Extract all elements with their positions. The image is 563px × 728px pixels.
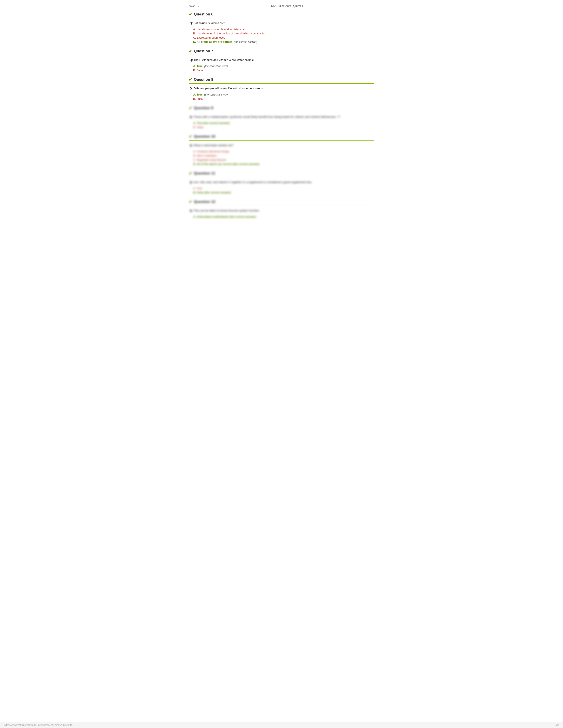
question-heading-9: ✔Question 9 bbox=[189, 106, 374, 111]
answer-item: A. True bbox=[193, 187, 374, 190]
answer-item: C. Excreted through feces bbox=[193, 36, 374, 39]
divider-10 bbox=[189, 140, 374, 141]
question-title-8: Question 8 bbox=[194, 77, 213, 82]
answer-item: C. Regulates body fluid pH bbox=[193, 158, 374, 161]
question-heading-12: ✔Question 12 bbox=[189, 199, 374, 204]
question-heading-8: ✔Question 8 bbox=[189, 77, 374, 82]
divider-11 bbox=[189, 177, 374, 177]
question-title-11: Question 11 bbox=[194, 171, 215, 176]
question-block-12: ✔Question 12Q: This can be taken to boos… bbox=[189, 199, 374, 218]
check-icon-11: ✔ bbox=[189, 171, 192, 176]
question-text-6: Q: Fat soluble vitamins are: bbox=[189, 21, 374, 25]
check-icon-9: ✔ bbox=[189, 106, 192, 111]
header-date: 5/7/2019 bbox=[189, 4, 199, 8]
answer-item: B. False bbox=[193, 97, 374, 100]
question-text-9: Q: Those with a malabsorption syndrome w… bbox=[189, 115, 374, 118]
question-heading-7: ✔Question 7 bbox=[189, 49, 374, 54]
check-icon-10: ✔ bbox=[189, 134, 192, 139]
answer-item: D. All of the above are correct (the cor… bbox=[193, 163, 374, 166]
check-icon-12: ✔ bbox=[189, 199, 192, 204]
question-block-9: ✔Question 9Q: Those with a malabsorption… bbox=[189, 106, 374, 129]
question-title-6: Question 6 bbox=[194, 12, 213, 17]
answer-item: A. True (the correct answer) bbox=[193, 93, 374, 96]
question-text-11: Q: Iron, folic acid, and vitamin C toget… bbox=[189, 180, 374, 184]
question-block-6: ✔Question 6Q: Fat soluble vitamins are:A… bbox=[189, 12, 374, 43]
divider-8 bbox=[189, 83, 374, 84]
answer-item: B. Aids in hydration bbox=[193, 154, 374, 157]
question-heading-11: ✔Question 11 bbox=[189, 171, 374, 176]
answer-list-9: A. True (the correct answer)B. False bbox=[189, 122, 374, 129]
answer-item: A. True (the correct answer) bbox=[193, 65, 374, 68]
answer-list-11: A. TrueB. False (the correct answer) bbox=[189, 187, 374, 194]
check-icon-6: ✔ bbox=[189, 12, 192, 17]
question-block-10: ✔Question 10Q: What is electrolyte solut… bbox=[189, 134, 374, 166]
header-title: ISSA Trainer.com - Quizzes bbox=[199, 4, 374, 8]
check-icon-8: ✔ bbox=[189, 77, 192, 82]
question-title-9: Question 9 bbox=[194, 106, 213, 110]
answer-list-10: A. Conducts electrical chargeB. Aids in … bbox=[189, 150, 374, 166]
page-header: 5/7/2019 ISSA Trainer.com - Quizzes bbox=[189, 4, 374, 8]
question-text-12: Q: This can be taken to boost immune sys… bbox=[189, 209, 374, 212]
answer-item: B. False bbox=[193, 126, 374, 129]
question-text-10: Q: What is electrolyte solution do? bbox=[189, 144, 374, 147]
answer-item: D. All of the above are correct (the cor… bbox=[193, 40, 374, 43]
answer-item: B. False (the correct answer) bbox=[193, 191, 374, 194]
question-text-8: Q: Different people will have different … bbox=[189, 87, 374, 90]
answer-list-8: A. True (the correct answer)B. False bbox=[189, 93, 374, 100]
question-title-7: Question 7 bbox=[194, 49, 213, 53]
questions-container: ✔Question 6Q: Fat soluble vitamins are:A… bbox=[189, 12, 374, 218]
divider-6 bbox=[189, 18, 374, 18]
check-icon-7: ✔ bbox=[189, 49, 192, 54]
question-block-8: ✔Question 8Q: Different people will have… bbox=[189, 77, 374, 100]
answer-item: A. True (the correct answer) bbox=[193, 122, 374, 125]
answer-list-6: A. Usually transported bound to dietary … bbox=[189, 28, 374, 43]
answer-item: A. Conducts electrical charge bbox=[193, 150, 374, 153]
answer-list-12: A. Antioxidant multivitamin (the correct… bbox=[189, 215, 374, 218]
question-title-10: Question 10 bbox=[194, 134, 215, 139]
question-block-11: ✔Question 11Q: Iron, folic acid, and vit… bbox=[189, 171, 374, 194]
question-heading-6: ✔Question 6 bbox=[189, 12, 374, 17]
answer-item: A. Usually transported bound to dietary … bbox=[193, 28, 374, 31]
question-heading-10: ✔Question 10 bbox=[189, 134, 374, 139]
question-title-12: Question 12 bbox=[194, 200, 215, 204]
answer-list-7: A. True (the correct answer)B. False bbox=[189, 65, 374, 72]
answer-item: A. Antioxidant multivitamin (the correct… bbox=[193, 215, 374, 218]
answer-item: B. False bbox=[193, 69, 374, 72]
answer-item: B. Usually found in the portion of the c… bbox=[193, 32, 374, 35]
question-block-7: ✔Question 7Q: The B vitamins and vitamin… bbox=[189, 49, 374, 72]
question-text-7: Q: The B vitamins and vitamin C are wate… bbox=[189, 58, 374, 62]
